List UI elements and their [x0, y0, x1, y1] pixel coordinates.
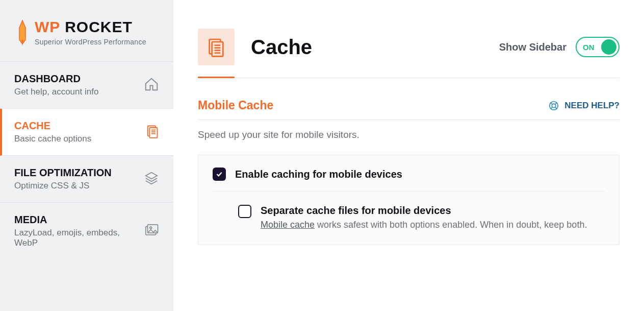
option-enable-mobile-cache[interactable]: Enable caching for mobile devices — [213, 168, 605, 192]
check-icon — [215, 170, 223, 178]
toggle-knob — [601, 39, 616, 55]
toggle-on-label: ON — [583, 43, 595, 52]
option-label: Enable caching for mobile devices — [235, 169, 402, 180]
logo-block: WP ROCKET Superior WordPress Performance — [0, 0, 173, 62]
sidebar-item-title: FILE OPTIMIZATION — [14, 167, 112, 179]
logo-text: WP ROCKET — [35, 19, 146, 35]
svg-point-15 — [552, 104, 556, 107]
options-panel: Enable caching for mobile devices Separa… — [198, 155, 620, 245]
need-help-label: NEED HELP? — [564, 101, 620, 111]
cache-header-icon — [198, 29, 235, 65]
checkbox-unchecked[interactable] — [238, 205, 251, 218]
nav: DASHBOARD Get help, account info CACHE B… — [0, 62, 173, 311]
sidebar-item-sub: Optimize CSS & JS — [14, 181, 112, 191]
option-label: Separate cache files for mobile devices — [261, 205, 587, 217]
sidebar-item-title: DASHBOARD — [14, 73, 98, 85]
option-separate-mobile-cache[interactable]: Separate cache files for mobile devices … — [238, 205, 605, 230]
svg-rect-1 — [149, 128, 157, 138]
sidebar-item-dashboard[interactable]: DASHBOARD Get help, account info — [0, 62, 173, 109]
need-help-link[interactable]: NEED HELP? — [548, 100, 620, 111]
section-description: Speed up your site for mobile visitors. — [198, 129, 620, 140]
home-icon — [144, 77, 159, 94]
mobile-cache-link[interactable]: Mobile cache — [261, 220, 315, 230]
page-title: Cache — [251, 36, 312, 59]
sidebar: WP ROCKET Superior WordPress Performance… — [0, 0, 173, 311]
section-title: Mobile Cache — [198, 99, 273, 112]
doc-icon — [145, 124, 159, 140]
lifebuoy-icon — [548, 100, 559, 111]
option-help-text: Mobile cache works safest with both opti… — [261, 220, 587, 230]
rocket-logo-icon — [14, 19, 31, 47]
sidebar-item-sub: Get help, account info — [14, 87, 98, 97]
sidebar-item-sub: LazyLoad, emojis, embeds, WebP — [14, 228, 144, 248]
sidebar-item-sub: Basic cache options — [14, 134, 91, 144]
image-icon — [144, 223, 159, 240]
main-content: Cache Show Sidebar ON Mobile Cache NEED … — [173, 0, 644, 311]
sidebar-item-file-optimization[interactable]: FILE OPTIMIZATION Optimize CSS & JS — [0, 156, 173, 203]
page-header: Cache Show Sidebar ON — [198, 29, 620, 78]
show-sidebar-label: Show Sidebar — [499, 41, 566, 53]
logo-tagline: Superior WordPress Performance — [35, 38, 146, 46]
sidebar-item-media[interactable]: MEDIA LazyLoad, emojis, embeds, WebP — [0, 203, 173, 259]
sidebar-item-cache[interactable]: CACHE Basic cache options — [0, 109, 173, 156]
svg-rect-9 — [212, 42, 223, 56]
sidebar-item-title: MEDIA — [14, 214, 144, 226]
section-header: Mobile Cache NEED HELP? — [198, 99, 620, 120]
show-sidebar-toggle[interactable]: ON — [576, 37, 620, 57]
layers-icon — [144, 171, 159, 188]
sidebar-item-title: CACHE — [14, 120, 91, 132]
checkbox-checked[interactable] — [213, 168, 226, 181]
